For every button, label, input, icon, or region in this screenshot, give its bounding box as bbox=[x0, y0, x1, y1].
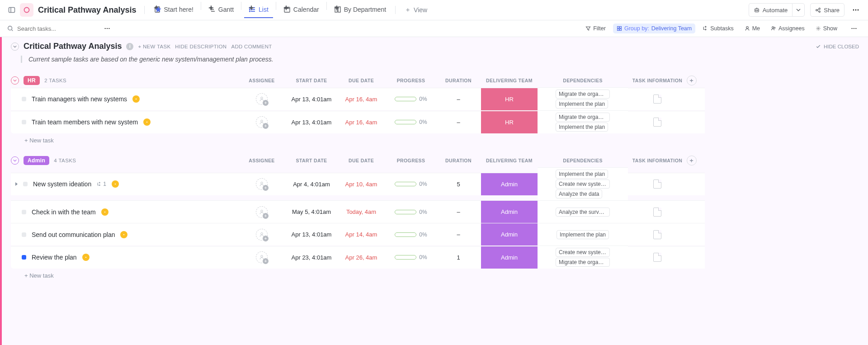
dependency-pill[interactable]: Migrate the organizati… bbox=[556, 90, 610, 99]
status-square[interactable] bbox=[22, 120, 26, 124]
duration-cell[interactable]: – bbox=[436, 111, 481, 133]
dependencies-cell[interactable]: Migrate the organizati…Implement the pla… bbox=[538, 87, 628, 110]
assignee-placeholder-icon[interactable] bbox=[256, 116, 268, 128]
filter-button[interactable]: Filter bbox=[582, 24, 609, 33]
start-date-cell[interactable]: Apr 13, 4:01am bbox=[287, 88, 336, 110]
task-info-cell[interactable] bbox=[628, 223, 687, 246]
column-header-info[interactable]: TASK INFORMATION bbox=[628, 156, 687, 165]
expand-caret-icon[interactable] bbox=[15, 182, 18, 186]
due-date-cell[interactable]: Apr 16, 4am bbox=[336, 111, 386, 133]
column-header-team[interactable]: DELIVERING TEAM bbox=[481, 76, 538, 85]
column-header-progress[interactable]: PROGRESS bbox=[386, 76, 436, 85]
progress-cell[interactable]: 0% bbox=[386, 200, 436, 223]
group-by-button[interactable]: Group by: Delivering Team bbox=[613, 24, 695, 33]
start-date-cell[interactable]: Apr 4, 4:01am bbox=[287, 173, 336, 195]
progress-cell[interactable]: 0% bbox=[386, 111, 436, 133]
dependencies-cell[interactable]: Create new system s…Migrate the organiza… bbox=[538, 246, 628, 269]
dependencies-cell[interactable]: Implement the planCreate new system pl…A… bbox=[538, 167, 628, 200]
dependency-pill[interactable]: Implement the plan bbox=[557, 230, 609, 239]
column-header-deps[interactable]: DEPENDENCIES bbox=[538, 76, 628, 85]
subtask-count[interactable]: 1 bbox=[97, 181, 106, 187]
start-date-cell[interactable]: Apr 13, 4:01am bbox=[287, 111, 336, 133]
delivering-team-cell[interactable]: Admin bbox=[481, 246, 538, 269]
duration-cell[interactable]: 5 bbox=[436, 173, 481, 195]
task-name-cell[interactable]: New system ideation1 bbox=[11, 173, 237, 195]
dependencies-cell[interactable]: Implement the plan bbox=[538, 223, 628, 246]
dependency-pill[interactable]: Implement the plan bbox=[556, 170, 608, 179]
column-header-progress[interactable]: PROGRESS bbox=[386, 156, 436, 165]
priority-icon[interactable] bbox=[120, 231, 127, 238]
view-tab-dept[interactable]: By Department bbox=[330, 2, 391, 18]
task-name-cell[interactable]: Send out communication plan bbox=[11, 223, 237, 246]
due-date-cell[interactable]: Apr 10, 4am bbox=[336, 173, 386, 195]
collapse-all-button[interactable] bbox=[11, 43, 19, 51]
column-header-duration[interactable]: DURATION bbox=[436, 156, 481, 165]
search-input[interactable] bbox=[17, 25, 80, 32]
task-info-cell[interactable] bbox=[628, 200, 687, 223]
new-task-button[interactable]: + NEW TASK bbox=[138, 44, 170, 49]
sidebar-toggle-icon[interactable] bbox=[5, 4, 18, 16]
dependency-pill[interactable]: Migrate the organizati… bbox=[556, 113, 610, 122]
start-date-cell[interactable]: Apr 23, 4:01am bbox=[287, 246, 336, 269]
automate-button[interactable]: Automate bbox=[749, 3, 793, 17]
duration-cell[interactable]: – bbox=[436, 223, 481, 246]
assignee-cell[interactable] bbox=[237, 200, 287, 223]
group-collapse-button[interactable] bbox=[11, 156, 19, 165]
dependencies-cell[interactable]: Analyze the survey d… bbox=[538, 200, 628, 223]
task-info-cell[interactable] bbox=[628, 173, 687, 195]
view-tab-gantt[interactable]: Gantt bbox=[204, 2, 238, 18]
assignee-cell[interactable] bbox=[237, 173, 287, 195]
more-menu-button[interactable] bbox=[849, 3, 863, 17]
dependency-pill[interactable]: Create new system s… bbox=[556, 248, 610, 257]
task-name-cell[interactable]: Train managers with new systems bbox=[11, 88, 237, 110]
duration-cell[interactable]: – bbox=[436, 200, 481, 223]
assignee-placeholder-icon[interactable] bbox=[256, 93, 268, 105]
progress-cell[interactable]: 0% bbox=[386, 173, 436, 195]
start-date-cell[interactable]: Apr 13, 4:01am bbox=[287, 223, 336, 246]
priority-icon[interactable] bbox=[112, 180, 119, 188]
delivering-team-cell[interactable]: Admin bbox=[481, 223, 538, 246]
assignee-placeholder-icon[interactable] bbox=[256, 178, 268, 190]
due-date-cell[interactable]: Apr 26, 4am bbox=[336, 246, 386, 269]
dependency-pill[interactable]: Analyze the data bbox=[556, 189, 602, 198]
assignee-cell[interactable] bbox=[237, 223, 287, 246]
delivering-team-cell[interactable]: HR bbox=[481, 111, 538, 133]
priority-icon[interactable] bbox=[143, 118, 151, 126]
column-header-start[interactable]: START DATE bbox=[287, 76, 336, 85]
column-header-assignee[interactable]: ASSIGNEE bbox=[237, 156, 287, 165]
task-info-cell[interactable] bbox=[628, 88, 687, 110]
hide-closed-button[interactable]: HIDE CLOSED bbox=[816, 44, 859, 49]
subtasks-button[interactable]: Subtasks bbox=[699, 24, 737, 33]
info-icon[interactable]: i bbox=[126, 43, 133, 50]
column-header-assignee[interactable]: ASSIGNEE bbox=[237, 76, 287, 85]
me-button[interactable]: Me bbox=[741, 24, 764, 33]
duration-cell[interactable]: – bbox=[436, 88, 481, 110]
dependency-pill[interactable]: Migrate the organizat… bbox=[556, 258, 610, 267]
status-square[interactable] bbox=[23, 182, 28, 186]
dependency-pill[interactable]: Implement the plan bbox=[556, 123, 608, 132]
priority-icon[interactable] bbox=[132, 95, 140, 103]
task-info-cell[interactable] bbox=[628, 246, 687, 269]
task-name-cell[interactable]: Review the plan bbox=[11, 246, 237, 269]
add-comment-button[interactable]: ADD COMMENT bbox=[231, 44, 272, 49]
task-info-cell[interactable] bbox=[628, 111, 687, 133]
share-button[interactable]: Share bbox=[810, 3, 844, 17]
column-header-info[interactable]: TASK INFORMATION bbox=[628, 76, 687, 85]
assignee-cell[interactable] bbox=[237, 111, 287, 133]
dependency-pill[interactable]: Implement the plan bbox=[556, 99, 608, 109]
assignee-placeholder-icon[interactable] bbox=[256, 229, 268, 241]
list-folder-icon[interactable] bbox=[20, 3, 33, 17]
show-button[interactable]: Show bbox=[812, 24, 841, 33]
start-date-cell[interactable]: May 5, 4:01am bbox=[287, 200, 336, 223]
view-tab-cal[interactable]: Calendar bbox=[279, 2, 324, 18]
priority-icon[interactable] bbox=[82, 254, 90, 261]
search-options-button[interactable] bbox=[101, 23, 113, 34]
progress-cell[interactable]: 0% bbox=[386, 88, 436, 110]
task-name-cell[interactable]: Train team members with new system bbox=[11, 111, 237, 133]
column-header-due[interactable]: DUE DATE bbox=[336, 156, 386, 165]
priority-icon[interactable] bbox=[101, 208, 108, 216]
progress-cell[interactable]: 0% bbox=[386, 246, 436, 269]
duration-cell[interactable]: 1 bbox=[436, 246, 481, 269]
add-column-button[interactable]: ＋ bbox=[687, 156, 697, 165]
due-date-cell[interactable]: Apr 16, 4am bbox=[336, 88, 386, 110]
